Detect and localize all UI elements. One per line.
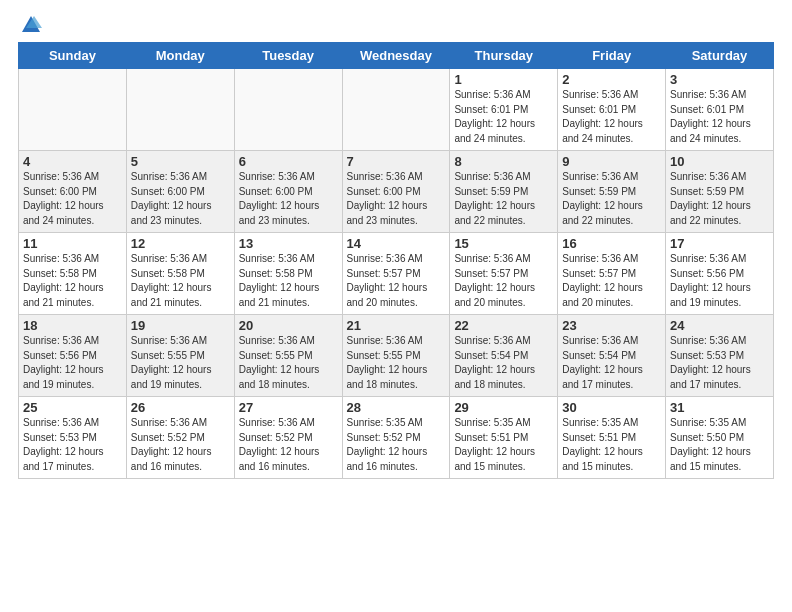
- day-info: Sunrise: 5:36 AM Sunset: 5:55 PM Dayligh…: [239, 334, 338, 392]
- day-number: 18: [23, 318, 122, 333]
- day-info: Sunrise: 5:36 AM Sunset: 5:52 PM Dayligh…: [239, 416, 338, 474]
- day-info: Sunrise: 5:36 AM Sunset: 5:56 PM Dayligh…: [670, 252, 769, 310]
- day-number: 27: [239, 400, 338, 415]
- day-number: 14: [347, 236, 446, 251]
- day-info: Sunrise: 5:36 AM Sunset: 5:53 PM Dayligh…: [23, 416, 122, 474]
- day-info: Sunrise: 5:36 AM Sunset: 6:01 PM Dayligh…: [454, 88, 553, 146]
- week-row-4: 18Sunrise: 5:36 AM Sunset: 5:56 PM Dayli…: [19, 315, 774, 397]
- day-number: 26: [131, 400, 230, 415]
- day-cell-11: 11Sunrise: 5:36 AM Sunset: 5:58 PM Dayli…: [19, 233, 127, 315]
- day-cell-9: 9Sunrise: 5:36 AM Sunset: 5:59 PM Daylig…: [558, 151, 666, 233]
- day-number: 28: [347, 400, 446, 415]
- day-number: 10: [670, 154, 769, 169]
- day-info: Sunrise: 5:36 AM Sunset: 5:52 PM Dayligh…: [131, 416, 230, 474]
- day-cell-1: 1Sunrise: 5:36 AM Sunset: 6:01 PM Daylig…: [450, 69, 558, 151]
- day-number: 9: [562, 154, 661, 169]
- calendar-table: SundayMondayTuesdayWednesdayThursdayFrid…: [18, 42, 774, 479]
- day-cell-15: 15Sunrise: 5:36 AM Sunset: 5:57 PM Dayli…: [450, 233, 558, 315]
- day-info: Sunrise: 5:36 AM Sunset: 5:56 PM Dayligh…: [23, 334, 122, 392]
- day-number: 22: [454, 318, 553, 333]
- day-cell-31: 31Sunrise: 5:35 AM Sunset: 5:50 PM Dayli…: [666, 397, 774, 479]
- day-info: Sunrise: 5:36 AM Sunset: 6:00 PM Dayligh…: [23, 170, 122, 228]
- day-cell-4: 4Sunrise: 5:36 AM Sunset: 6:00 PM Daylig…: [19, 151, 127, 233]
- day-cell-27: 27Sunrise: 5:36 AM Sunset: 5:52 PM Dayli…: [234, 397, 342, 479]
- day-info: Sunrise: 5:36 AM Sunset: 5:54 PM Dayligh…: [454, 334, 553, 392]
- day-info: Sunrise: 5:36 AM Sunset: 5:55 PM Dayligh…: [347, 334, 446, 392]
- page: SundayMondayTuesdayWednesdayThursdayFrid…: [0, 0, 792, 487]
- day-number: 17: [670, 236, 769, 251]
- day-info: Sunrise: 5:36 AM Sunset: 5:55 PM Dayligh…: [131, 334, 230, 392]
- day-info: Sunrise: 5:36 AM Sunset: 5:58 PM Dayligh…: [131, 252, 230, 310]
- day-info: Sunrise: 5:35 AM Sunset: 5:51 PM Dayligh…: [562, 416, 661, 474]
- day-number: 23: [562, 318, 661, 333]
- day-header-monday: Monday: [126, 43, 234, 69]
- day-info: Sunrise: 5:36 AM Sunset: 6:01 PM Dayligh…: [670, 88, 769, 146]
- logo-icon: [20, 14, 42, 36]
- week-row-2: 4Sunrise: 5:36 AM Sunset: 6:00 PM Daylig…: [19, 151, 774, 233]
- day-cell-29: 29Sunrise: 5:35 AM Sunset: 5:51 PM Dayli…: [450, 397, 558, 479]
- day-cell-3: 3Sunrise: 5:36 AM Sunset: 6:01 PM Daylig…: [666, 69, 774, 151]
- day-cell-12: 12Sunrise: 5:36 AM Sunset: 5:58 PM Dayli…: [126, 233, 234, 315]
- day-cell-empty-3: [342, 69, 450, 151]
- day-cell-18: 18Sunrise: 5:36 AM Sunset: 5:56 PM Dayli…: [19, 315, 127, 397]
- day-number: 30: [562, 400, 661, 415]
- day-number: 12: [131, 236, 230, 251]
- day-number: 20: [239, 318, 338, 333]
- week-row-3: 11Sunrise: 5:36 AM Sunset: 5:58 PM Dayli…: [19, 233, 774, 315]
- week-row-1: 1Sunrise: 5:36 AM Sunset: 6:01 PM Daylig…: [19, 69, 774, 151]
- day-info: Sunrise: 5:36 AM Sunset: 5:57 PM Dayligh…: [454, 252, 553, 310]
- day-info: Sunrise: 5:36 AM Sunset: 5:59 PM Dayligh…: [562, 170, 661, 228]
- day-number: 2: [562, 72, 661, 87]
- day-cell-21: 21Sunrise: 5:36 AM Sunset: 5:55 PM Dayli…: [342, 315, 450, 397]
- day-info: Sunrise: 5:35 AM Sunset: 5:50 PM Dayligh…: [670, 416, 769, 474]
- day-info: Sunrise: 5:36 AM Sunset: 6:00 PM Dayligh…: [239, 170, 338, 228]
- day-info: Sunrise: 5:36 AM Sunset: 5:59 PM Dayligh…: [454, 170, 553, 228]
- day-cell-20: 20Sunrise: 5:36 AM Sunset: 5:55 PM Dayli…: [234, 315, 342, 397]
- day-info: Sunrise: 5:36 AM Sunset: 5:59 PM Dayligh…: [670, 170, 769, 228]
- day-number: 13: [239, 236, 338, 251]
- day-cell-2: 2Sunrise: 5:36 AM Sunset: 6:01 PM Daylig…: [558, 69, 666, 151]
- day-info: Sunrise: 5:35 AM Sunset: 5:52 PM Dayligh…: [347, 416, 446, 474]
- day-cell-empty-2: [234, 69, 342, 151]
- day-number: 24: [670, 318, 769, 333]
- day-number: 1: [454, 72, 553, 87]
- day-info: Sunrise: 5:35 AM Sunset: 5:51 PM Dayligh…: [454, 416, 553, 474]
- day-info: Sunrise: 5:36 AM Sunset: 5:53 PM Dayligh…: [670, 334, 769, 392]
- week-row-5: 25Sunrise: 5:36 AM Sunset: 5:53 PM Dayli…: [19, 397, 774, 479]
- day-cell-14: 14Sunrise: 5:36 AM Sunset: 5:57 PM Dayli…: [342, 233, 450, 315]
- day-number: 29: [454, 400, 553, 415]
- day-number: 11: [23, 236, 122, 251]
- day-info: Sunrise: 5:36 AM Sunset: 5:57 PM Dayligh…: [347, 252, 446, 310]
- day-cell-empty-0: [19, 69, 127, 151]
- day-number: 8: [454, 154, 553, 169]
- day-number: 4: [23, 154, 122, 169]
- day-number: 6: [239, 154, 338, 169]
- day-number: 21: [347, 318, 446, 333]
- header: [18, 10, 774, 36]
- day-cell-empty-1: [126, 69, 234, 151]
- day-cell-25: 25Sunrise: 5:36 AM Sunset: 5:53 PM Dayli…: [19, 397, 127, 479]
- day-header-tuesday: Tuesday: [234, 43, 342, 69]
- day-header-wednesday: Wednesday: [342, 43, 450, 69]
- day-info: Sunrise: 5:36 AM Sunset: 5:58 PM Dayligh…: [239, 252, 338, 310]
- day-number: 19: [131, 318, 230, 333]
- day-cell-30: 30Sunrise: 5:35 AM Sunset: 5:51 PM Dayli…: [558, 397, 666, 479]
- day-info: Sunrise: 5:36 AM Sunset: 5:58 PM Dayligh…: [23, 252, 122, 310]
- day-cell-26: 26Sunrise: 5:36 AM Sunset: 5:52 PM Dayli…: [126, 397, 234, 479]
- day-header-saturday: Saturday: [666, 43, 774, 69]
- day-cell-10: 10Sunrise: 5:36 AM Sunset: 5:59 PM Dayli…: [666, 151, 774, 233]
- day-number: 16: [562, 236, 661, 251]
- day-cell-16: 16Sunrise: 5:36 AM Sunset: 5:57 PM Dayli…: [558, 233, 666, 315]
- day-cell-5: 5Sunrise: 5:36 AM Sunset: 6:00 PM Daylig…: [126, 151, 234, 233]
- day-number: 7: [347, 154, 446, 169]
- day-cell-6: 6Sunrise: 5:36 AM Sunset: 6:00 PM Daylig…: [234, 151, 342, 233]
- day-info: Sunrise: 5:36 AM Sunset: 6:00 PM Dayligh…: [347, 170, 446, 228]
- day-cell-23: 23Sunrise: 5:36 AM Sunset: 5:54 PM Dayli…: [558, 315, 666, 397]
- day-number: 31: [670, 400, 769, 415]
- day-cell-17: 17Sunrise: 5:36 AM Sunset: 5:56 PM Dayli…: [666, 233, 774, 315]
- days-header-row: SundayMondayTuesdayWednesdayThursdayFrid…: [19, 43, 774, 69]
- day-header-friday: Friday: [558, 43, 666, 69]
- day-cell-24: 24Sunrise: 5:36 AM Sunset: 5:53 PM Dayli…: [666, 315, 774, 397]
- day-cell-28: 28Sunrise: 5:35 AM Sunset: 5:52 PM Dayli…: [342, 397, 450, 479]
- day-info: Sunrise: 5:36 AM Sunset: 5:54 PM Dayligh…: [562, 334, 661, 392]
